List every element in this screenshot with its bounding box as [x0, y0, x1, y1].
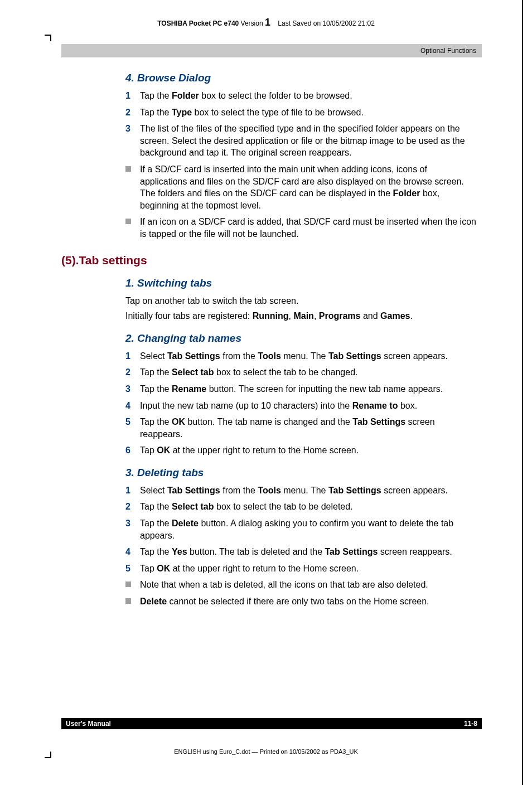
bullet-square-icon	[125, 216, 140, 240]
step-text: Input the new tab name (up to 10 charact…	[140, 400, 476, 412]
change-steps: 1Select Tab Settings from the Tools menu…	[125, 350, 476, 457]
step-number: 4	[125, 400, 140, 412]
heading-changing-tab-names: 2. Changing tab names	[125, 332, 476, 345]
note-text: Note that when a tab is deleted, all the…	[140, 579, 476, 591]
step-number: 3	[125, 123, 140, 159]
bullet-square-icon	[125, 579, 140, 591]
step-text: Select Tab Settings from the Tools menu.…	[140, 484, 476, 497]
step-text: Select Tab Settings from the Tools menu.…	[140, 350, 476, 362]
step-text: Tap the Select tab box to select the tab…	[140, 366, 476, 379]
page-header: TOSHIBA Pocket PC e740 Version 1 Last Sa…	[0, 17, 532, 28]
browse-steps: 1Tap the Folder box to select the folder…	[125, 90, 476, 159]
delete-notes: Note that when a tab is deleted, all the…	[125, 579, 476, 607]
product-name: TOSHIBA Pocket PC e740	[157, 20, 239, 27]
step-number: 3	[125, 517, 140, 541]
heading-browse-dialog: 4. Browse Dialog	[125, 72, 476, 84]
crop-mark-top-left	[0, 35, 51, 41]
step-text: The list of the files of the specified t…	[140, 123, 476, 159]
step-number: 1	[125, 90, 140, 102]
chapter-tag-text: Optional Functions	[420, 47, 476, 55]
note-text: Delete cannot be selected if there are o…	[140, 595, 476, 608]
footer-left: User's Manual	[66, 720, 111, 728]
step-text: Tap the Yes button. The tab is deleted a…	[140, 546, 476, 558]
step-text: Tap OK at the upper right to return to t…	[140, 563, 476, 575]
heading-switching-tabs: 1. Switching tabs	[125, 277, 476, 289]
step-number: 3	[125, 383, 140, 395]
heading-deleting-tabs: 3. Deleting tabs	[125, 467, 476, 479]
browse-notes: If a SD/CF card is inserted into the mai…	[125, 163, 476, 240]
step-number: 2	[125, 106, 140, 119]
last-saved: Last Saved on 10/05/2002 21:02	[278, 20, 374, 27]
step-text: Tap the Select tab box to select the tab…	[140, 501, 476, 513]
step-text: Tap the Rename button. The screen for in…	[140, 383, 476, 395]
step-text: Tap OK at the upper right to return to t…	[140, 444, 476, 457]
paragraph: Tap on another tab to switch the tab scr…	[125, 295, 476, 307]
print-line: ENGLISH using Euro_C.dot — Printed on 10…	[0, 748, 532, 755]
note-text: If an icon on a SD/CF card is added, tha…	[140, 216, 476, 240]
step-number: 5	[125, 563, 140, 575]
step-number: 4	[125, 546, 140, 558]
bullet-square-icon	[125, 595, 140, 608]
footer-right: 11-8	[464, 720, 477, 728]
step-text: Tap the OK button. The tab name is chang…	[140, 416, 476, 440]
step-number: 6	[125, 444, 140, 457]
step-text: Tap the Type box to select the type of f…	[140, 106, 476, 119]
step-number: 2	[125, 366, 140, 379]
crop-mark-right	[522, 0, 523, 785]
step-text: Tap the Delete button. A dialog asking y…	[140, 517, 476, 541]
version-label: Version	[241, 20, 263, 27]
heading-tab-settings: (5).Tab settings	[61, 254, 476, 267]
footer-bar: User's Manual 11-8	[61, 718, 482, 729]
step-text: Tap the Folder box to select the folder …	[140, 90, 476, 102]
paragraph: Initially four tabs are registered: Runn…	[125, 310, 476, 322]
delete-steps: 1Select Tab Settings from the Tools menu…	[125, 484, 476, 575]
step-number: 1	[125, 484, 140, 497]
bullet-square-icon	[125, 163, 140, 211]
chapter-tag-bar: Optional Functions	[61, 44, 482, 57]
version-number: 1	[265, 17, 270, 28]
note-text: If a SD/CF card is inserted into the mai…	[140, 163, 476, 211]
step-number: 1	[125, 350, 140, 362]
step-number: 2	[125, 501, 140, 513]
step-number: 5	[125, 416, 140, 440]
